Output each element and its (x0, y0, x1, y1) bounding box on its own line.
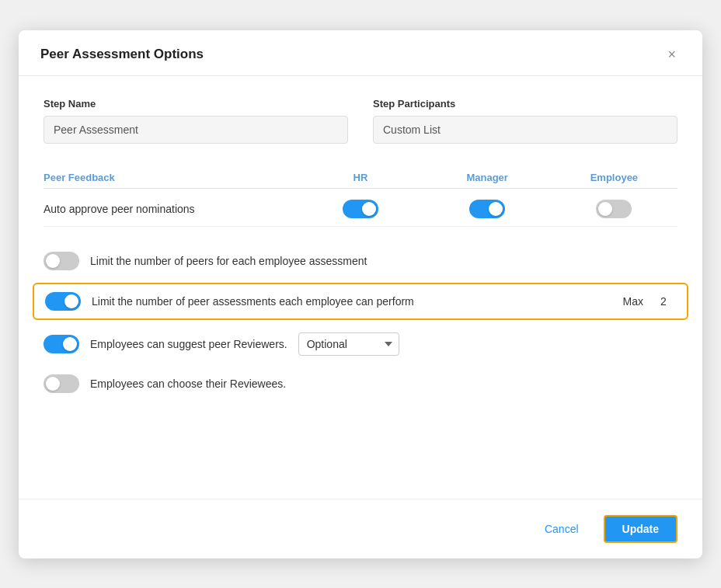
peer-assessment-dialog: Peer Assessment Options × Step Name Step… (19, 30, 702, 558)
dialog-body: Step Name Step Participants Peer Feedbac… (19, 76, 702, 418)
employee-toggle[interactable] (596, 200, 632, 218)
manager-toggle-cell (424, 200, 551, 218)
option-limit-assessments-highlighted: Limit the number of peer assessments eac… (33, 283, 688, 320)
dialog-header: Peer Assessment Options × (19, 30, 702, 76)
table-header: Peer Feedback HR Manager Employee (44, 165, 677, 189)
max-label: Max (623, 295, 643, 308)
limit-peers-label: Limit the number of peers for each emplo… (90, 255, 367, 267)
max-value: 2 (660, 295, 676, 308)
step-participants-label: Step Participants (373, 98, 677, 110)
limit-assessments-label: Limit the number of peer assessments eac… (92, 295, 606, 308)
limit-assessments-slider (45, 292, 81, 311)
cancel-button[interactable]: Cancel (532, 517, 591, 541)
option-limit-peers: Limit the number of peers for each emplo… (44, 242, 677, 280)
form-row: Step Name Step Participants (44, 98, 677, 144)
manager-header: Manager (424, 172, 551, 183)
step-participants-group: Step Participants (373, 98, 677, 144)
suggest-reviewers-dropdown[interactable]: Optional Required Disabled (298, 332, 399, 356)
close-button[interactable]: × (663, 46, 681, 63)
peer-feedback-table: Peer Feedback HR Manager Employee Auto a… (44, 165, 677, 227)
dialog-footer: Cancel Update (19, 499, 702, 558)
manager-toggle-slider (469, 200, 505, 218)
step-name-input[interactable] (44, 116, 348, 144)
choose-reviewees-label: Employees can choose their Reviewees. (90, 378, 286, 390)
choose-reviewees-slider (44, 374, 79, 393)
manager-toggle[interactable] (469, 200, 505, 218)
employee-toggle-slider (596, 200, 632, 218)
table-row: Auto approve peer nominations (44, 192, 677, 227)
hr-header: HR (297, 172, 423, 183)
suggest-reviewers-toggle[interactable] (44, 335, 79, 353)
update-button[interactable]: Update (604, 515, 677, 543)
hr-toggle[interactable] (343, 200, 378, 218)
dialog-title: Peer Assessment Options (40, 47, 204, 62)
suggest-reviewers-slider (44, 335, 79, 353)
auto-approve-label: Auto approve peer nominations (44, 203, 297, 215)
limit-assessments-toggle[interactable] (45, 292, 81, 311)
employee-toggle-cell (551, 200, 677, 218)
hr-toggle-cell (297, 200, 423, 218)
step-participants-input[interactable] (373, 116, 677, 144)
option-suggest-reviewers: Employees can suggest peer Reviewers. Op… (44, 323, 677, 365)
step-name-group: Step Name (44, 98, 348, 144)
limit-peers-slider (44, 252, 79, 270)
choose-reviewees-toggle[interactable] (44, 374, 79, 393)
employee-header: Employee (551, 172, 677, 183)
option-choose-reviewees: Employees can choose their Reviewees. (44, 365, 677, 402)
suggest-reviewers-label: Employees can suggest peer Reviewers. (90, 338, 287, 350)
step-name-label: Step Name (44, 98, 348, 110)
limit-peers-toggle[interactable] (44, 252, 79, 270)
peer-feedback-header: Peer Feedback (44, 172, 297, 183)
hr-toggle-slider (343, 200, 378, 218)
